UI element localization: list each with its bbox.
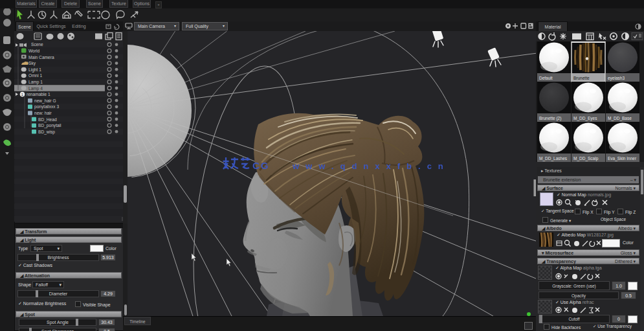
svg-text:ponytailxxx 3: ponytailxxx 3 xyxy=(34,104,59,109)
svg-text:www.qdnxxfb.cn: www.qdnxxfb.cn xyxy=(292,161,450,171)
svg-text:M_DD_Base: M_DD_Base xyxy=(608,116,632,121)
svg-text:Omni 1: Omni 1 xyxy=(28,73,43,78)
svg-text:Brunette: Brunette xyxy=(573,76,590,80)
svg-text:M_DD_Lashes: M_DD_Lashes xyxy=(539,156,568,161)
svg-text:Eva_Skin Inner: Eva_Skin Inner xyxy=(608,156,637,161)
svg-text:BD_wisp: BD_wisp xyxy=(38,130,55,135)
svg-text:BD_ponytail: BD_ponytail xyxy=(38,123,61,128)
svg-text:Main Camera: Main Camera xyxy=(28,55,54,60)
svg-text:Scene: Scene xyxy=(31,42,43,47)
svg-text:Sky: Sky xyxy=(28,61,36,66)
svg-text:new: hair: new: hair xyxy=(34,111,52,115)
svg-text:Lamp 1: Lamp 1 xyxy=(28,80,43,85)
svg-text:M_DD_Scalp: M_DD_Scalp xyxy=(573,156,599,161)
svg-text:new_hair G: new_hair G xyxy=(34,98,56,104)
svg-text:Brunette (2): Brunette (2) xyxy=(539,116,561,121)
svg-text:BD_Head: BD_Head xyxy=(38,117,57,122)
svg-text:1: 1 xyxy=(21,93,23,97)
svg-text:renamable 1: renamable 1 xyxy=(27,92,50,97)
svg-text:Light 1: Light 1 xyxy=(28,67,41,73)
svg-text:M_DD_Eyes: M_DD_Eyes xyxy=(573,116,597,121)
svg-text:Default: Default xyxy=(539,76,553,80)
svg-text:Lamp 4: Lamp 4 xyxy=(28,86,43,91)
svg-text:World: World xyxy=(28,49,39,53)
svg-text:eyelash3: eyelash3 xyxy=(608,76,625,81)
svg-text:CG: CG xyxy=(252,160,270,171)
